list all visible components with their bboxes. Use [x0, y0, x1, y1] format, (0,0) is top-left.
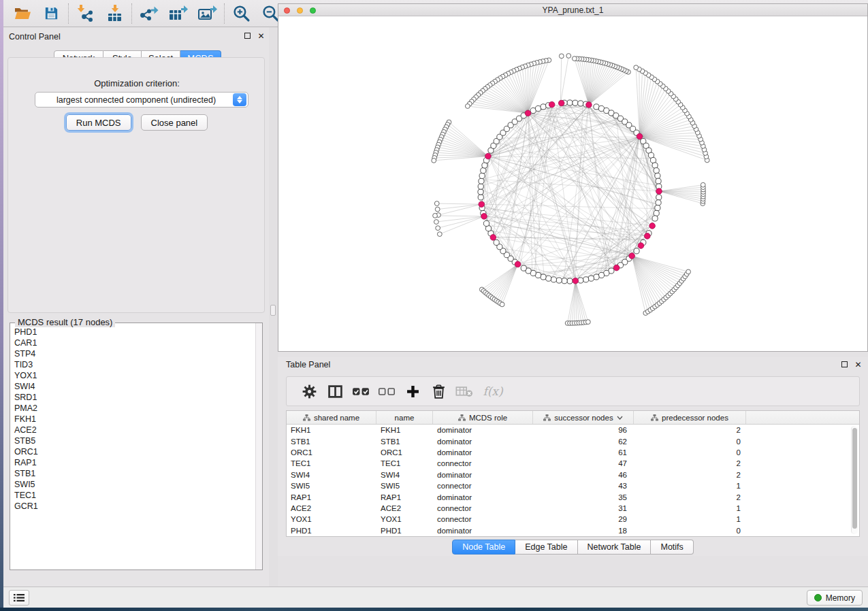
mcds-result-item[interactable]: TID3 — [12, 359, 254, 370]
leaf-node[interactable] — [433, 214, 438, 218]
leaf-node[interactable] — [585, 320, 590, 325]
mcds-result-item[interactable]: STP4 — [12, 348, 254, 359]
leaf-node[interactable] — [686, 269, 691, 274]
dominator-node[interactable] — [485, 153, 492, 159]
mcds-result-item[interactable]: CAR1 — [12, 337, 254, 348]
ring-node[interactable] — [634, 248, 639, 254]
export-table-icon[interactable] — [163, 0, 193, 27]
dominator-node[interactable] — [656, 188, 662, 195]
table-row[interactable]: ACE2ACE2connector311 — [287, 503, 859, 514]
dominator-node[interactable] — [558, 100, 564, 106]
column-header[interactable]: shared name — [287, 411, 376, 424]
ring-node[interactable] — [546, 276, 551, 281]
dominator-node[interactable] — [644, 233, 650, 240]
tab-motifs[interactable]: Motifs — [651, 540, 693, 555]
ring-node[interactable] — [583, 277, 589, 282]
memory-button[interactable]: Memory — [807, 590, 863, 606]
dominator-node[interactable] — [613, 265, 620, 271]
ring-node[interactable] — [578, 278, 583, 283]
ring-node[interactable] — [594, 104, 599, 110]
mcds-result-scrollbar[interactable] — [255, 323, 262, 569]
ring-node[interactable] — [478, 189, 483, 195]
dominator-node[interactable] — [629, 253, 635, 259]
import-table-from-file-icon[interactable] — [100, 0, 129, 27]
mcds-result-item[interactable]: ORC1 — [12, 446, 254, 457]
ring-node[interactable] — [478, 195, 483, 200]
ring-node[interactable] — [494, 240, 499, 245]
column-header[interactable]: MCDS role — [433, 411, 533, 424]
float-window-icon[interactable] — [243, 31, 252, 40]
mcds-result-item[interactable]: FKH1 — [12, 414, 254, 425]
ring-node[interactable] — [578, 101, 583, 106]
select-all-rows-icon[interactable] — [348, 376, 374, 406]
divider-grip[interactable] — [270, 305, 276, 316]
ring-node[interactable] — [483, 220, 489, 226]
table-settings-icon[interactable] — [296, 376, 322, 406]
table-row[interactable]: SWI4SWI4dominator462 — [287, 469, 859, 480]
export-image-icon[interactable] — [193, 0, 222, 27]
deselect-all-rows-icon[interactable] — [374, 376, 400, 406]
mcds-result-item[interactable]: RAP1 — [12, 457, 254, 468]
table-row[interactable]: RAP1RAP1dominator352 — [287, 491, 859, 502]
zoom-in-icon[interactable] — [227, 0, 256, 27]
leaf-node[interactable] — [434, 201, 439, 206]
column-visibility-icon[interactable] — [322, 376, 348, 406]
mcds-result-item[interactable]: PHD1 — [12, 327, 254, 337]
ring-node[interactable] — [656, 195, 662, 200]
table-row[interactable]: STB1STB1dominator620 — [287, 435, 859, 446]
task-history-button[interactable] — [9, 590, 29, 606]
ring-node[interactable] — [594, 274, 599, 280]
mcds-result-item[interactable]: SRD1 — [12, 392, 254, 403]
ring-node[interactable] — [573, 100, 578, 105]
panel-divider[interactable] — [269, 27, 278, 587]
ring-node[interactable] — [551, 277, 556, 282]
close-panel-button[interactable]: Close panel — [141, 114, 208, 131]
dominator-node[interactable] — [638, 243, 644, 249]
ring-node[interactable] — [562, 278, 567, 284]
leaf-node[interactable] — [634, 65, 639, 70]
dominator-node[interactable] — [549, 101, 555, 108]
table-row[interactable]: ORC1ORC1dominator610 — [287, 447, 859, 458]
mcds-result-item[interactable]: STB1 — [12, 468, 254, 479]
function-builder-icon[interactable]: f(x) — [477, 376, 509, 406]
leaf-node[interactable] — [434, 220, 438, 225]
ring-node[interactable] — [652, 216, 658, 221]
dominator-node[interactable] — [573, 278, 579, 284]
mcds-result-item[interactable]: STB5 — [12, 435, 254, 446]
ring-node[interactable] — [535, 105, 541, 111]
ring-node[interactable] — [567, 278, 573, 284]
mcds-result-item[interactable]: SWI4 — [12, 381, 254, 392]
dominator-node[interactable] — [490, 235, 496, 241]
column-header[interactable]: name — [376, 411, 433, 424]
ring-node[interactable] — [654, 210, 659, 216]
mcds-result-item[interactable]: TEC1 — [12, 490, 254, 501]
mcds-result-item[interactable]: GCR1 — [12, 501, 254, 512]
table-row[interactable]: TEC1TEC1connector472 — [287, 458, 859, 469]
dominator-node[interactable] — [525, 110, 531, 116]
float-window-icon[interactable] — [840, 360, 849, 369]
leaf-node[interactable] — [566, 54, 571, 59]
ring-node[interactable] — [481, 168, 486, 174]
dominator-node[interactable] — [649, 223, 656, 229]
ring-node[interactable] — [479, 173, 485, 178]
ring-node[interactable] — [521, 265, 526, 271]
ring-node[interactable] — [652, 163, 658, 168]
ring-node[interactable] — [655, 205, 660, 211]
ring-node[interactable] — [479, 178, 484, 184]
leaf-node[interactable] — [436, 226, 440, 231]
dominator-node[interactable] — [479, 201, 485, 208]
table-scrollbar-thumb[interactable] — [852, 428, 857, 529]
import-network-from-file-icon[interactable] — [71, 0, 100, 27]
run-mcds-button[interactable]: Run MCDS — [66, 114, 131, 131]
table-row[interactable]: SWI5SWI5connector431 — [287, 480, 859, 491]
network-canvas[interactable] — [278, 16, 867, 351]
ring-node[interactable] — [598, 272, 604, 278]
table-row[interactable]: FKH1FKH1dominator962 — [287, 425, 859, 435]
tab-edge-table[interactable]: Edge Table — [515, 540, 577, 555]
dominator-node[interactable] — [481, 214, 487, 220]
column-header[interactable]: predecessor nodes — [634, 411, 746, 424]
leaf-node[interactable] — [432, 158, 436, 163]
mcds-result-item[interactable]: YOX1 — [12, 370, 254, 381]
ring-node[interactable] — [650, 157, 656, 163]
export-network-icon[interactable] — [134, 0, 163, 27]
